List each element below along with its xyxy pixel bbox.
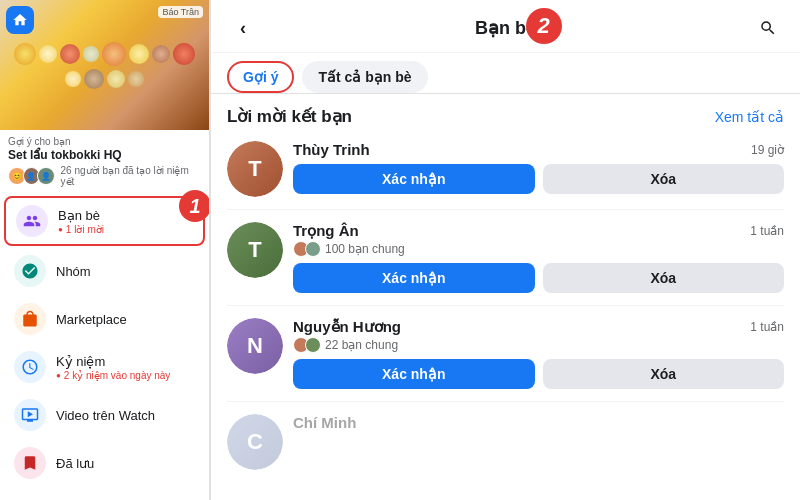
right-header: ‹ Bạn bè 2 xyxy=(211,0,800,53)
friend-time-thuy-trinh: 19 giờ xyxy=(751,143,784,157)
delete-button-thuy-trinh[interactable]: Xóa xyxy=(543,164,785,194)
friend-item-partial: C Chí Minh xyxy=(211,406,800,478)
home-icon xyxy=(6,6,34,34)
page-title: Bạn bè xyxy=(259,17,752,39)
ky-niem-label-container: Kỷ niệm 2 kỷ niệm vào ngày này xyxy=(56,354,170,381)
confirm-button-trong-an[interactable]: Xác nhận xyxy=(293,263,535,293)
marketplace-label: Marketplace xyxy=(56,312,127,327)
divider-1 xyxy=(227,209,784,210)
feed-card: Báo Trân Gợi ý cho bạn Set lẩu tokbokki … xyxy=(0,0,209,191)
feed-title: Set lẩu tokbokki HQ xyxy=(8,148,201,162)
divider-3 xyxy=(227,401,784,402)
step1-badge: 1 xyxy=(179,190,210,222)
friend-name-nguyen-huong: Nguyễn Hương xyxy=(293,318,401,336)
nav-item-marketplace[interactable]: Marketplace xyxy=(4,296,205,342)
mutual-avatars-trong-an xyxy=(293,241,321,257)
friend-name-row-thuy-trinh: Thùy Trinh 19 giờ xyxy=(293,141,784,158)
video-label: Video trên Watch xyxy=(56,408,155,423)
nav-item-nhom[interactable]: Nhóm xyxy=(4,248,205,294)
friends-icon xyxy=(16,205,48,237)
confirm-button-thuy-trinh[interactable]: Xác nhận xyxy=(293,164,535,194)
da-luu-label-container: Đã lưu xyxy=(56,456,94,471)
section-header: Lời mời kết bạn Xem tất cả xyxy=(211,94,800,133)
da-luu-label: Đã lưu xyxy=(56,456,94,471)
friend-time-nguyen-huong: 1 tuần xyxy=(750,320,784,334)
friend-name-thuy-trinh: Thùy Trinh xyxy=(293,141,370,158)
friend-actions-trong-an: Xác nhận Xóa xyxy=(293,263,784,293)
mutual-avatars-nguyen-huong xyxy=(293,337,321,353)
friend-mutual-trong-an: 100 bạn chung xyxy=(293,241,784,257)
see-all-link[interactable]: Xem tất cả xyxy=(715,109,784,125)
ky-niem-label: Kỷ niệm xyxy=(56,354,170,369)
section-title: Lời mời kết bạn xyxy=(227,106,352,127)
saved-icon xyxy=(14,447,46,479)
avatar-nguyen-huong: N xyxy=(227,318,283,374)
friend-info-thuy-trinh: Thùy Trinh 19 giờ Xác nhận Xóa xyxy=(293,141,784,194)
nav-item-da-luu[interactable]: Đã lưu xyxy=(4,440,205,486)
friend-request-list: T Thùy Trinh 19 giờ Xác nhận Xóa T xyxy=(211,133,800,500)
feed-info: Gợi ý cho bạn Set lẩu tokbokki HQ 😊 👤 👤 … xyxy=(0,130,209,191)
right-panel: ‹ Bạn bè 2 Gợi ý Tất cả bạn bè Lời mời k… xyxy=(211,0,800,500)
step2-badge: 2 xyxy=(526,8,562,44)
feed-suggestion-label: Gợi ý cho bạn xyxy=(8,136,201,147)
group-icon xyxy=(14,255,46,287)
feed-image: Báo Trân xyxy=(0,0,209,130)
nhom-label: Nhóm xyxy=(56,264,91,279)
ban-be-label-container: Bạn bè 1 lời mời xyxy=(58,208,104,235)
video-label-container: Video trên Watch xyxy=(56,408,155,423)
tab-bar: Gợi ý Tất cả bạn bè xyxy=(211,53,800,94)
friend-item-thuy-trinh: T Thùy Trinh 19 giờ Xác nhận Xóa xyxy=(211,133,800,205)
friend-mutual-nguyen-huong: 22 bạn chung xyxy=(293,337,784,353)
friend-info-trong-an: Trọng Ân 1 tuần 100 bạn chung Xác nhận X… xyxy=(293,222,784,293)
back-button[interactable]: ‹ xyxy=(227,12,259,44)
delete-button-trong-an[interactable]: Xóa xyxy=(543,263,785,293)
memories-icon xyxy=(14,351,46,383)
divider-2 xyxy=(227,305,784,306)
friend-time-trong-an: 1 tuần xyxy=(750,224,784,238)
feed-avatars: 😊 👤 👤 26 người bạn đã tạo lời niệm yết xyxy=(8,165,201,187)
mutual-text-trong-an: 100 bạn chung xyxy=(325,242,405,256)
ky-niem-badge: 2 kỷ niệm vào ngày này xyxy=(56,370,170,381)
ban-be-label: Bạn bè xyxy=(58,208,104,223)
friend-name-row-partial: Chí Minh xyxy=(293,414,784,431)
friend-item-nguyen-huong: N Nguyễn Hương 1 tuần 22 bạn chung Xác n… xyxy=(211,310,800,397)
friend-name-trong-an: Trọng Ân xyxy=(293,222,359,240)
nhom-label-container: Nhóm xyxy=(56,264,91,279)
confirm-button-nguyen-huong[interactable]: Xác nhận xyxy=(293,359,535,389)
feed-friends-text: 26 người bạn đã tạo lời niệm yết xyxy=(61,165,201,187)
delete-button-nguyen-huong[interactable]: Xóa xyxy=(543,359,785,389)
friend-name-row-trong-an: Trọng Ân 1 tuần xyxy=(293,222,784,240)
tab-tat-ca[interactable]: Tất cả bạn bè xyxy=(302,61,427,93)
nav-item-ky-niem[interactable]: Kỷ niệm 2 kỷ niệm vào ngày này xyxy=(4,344,205,390)
marketplace-icon xyxy=(14,303,46,335)
ban-be-badge: 1 lời mời xyxy=(58,224,104,235)
marketplace-label-container: Marketplace xyxy=(56,312,127,327)
friend-actions-nguyen-huong: Xác nhận Xóa xyxy=(293,359,784,389)
nav-item-video[interactable]: Video trên Watch xyxy=(4,392,205,438)
nav-items: Bạn bè 1 lời mời 1 Nhóm xyxy=(0,191,209,491)
friend-item-trong-an: T Trọng Ân 1 tuần 100 bạn chung Xác nhận… xyxy=(211,214,800,301)
friend-name-row-nguyen-huong: Nguyễn Hương 1 tuần xyxy=(293,318,784,336)
friend-name-partial: Chí Minh xyxy=(293,414,356,431)
search-button[interactable] xyxy=(752,12,784,44)
mutual-text-nguyen-huong: 22 bạn chung xyxy=(325,338,398,352)
friend-info-partial: Chí Minh xyxy=(293,414,784,431)
avatar-thuy-trinh: T xyxy=(227,141,283,197)
left-panel: Báo Trân Gợi ý cho bạn Set lẩu tokbokki … xyxy=(0,0,210,500)
tab-goi-y[interactable]: Gợi ý xyxy=(227,61,294,93)
friend-actions-thuy-trinh: Xác nhận Xóa xyxy=(293,164,784,194)
avatar-partial: C xyxy=(227,414,283,470)
avatar-trong-an: T xyxy=(227,222,283,278)
video-icon xyxy=(14,399,46,431)
friend-info-nguyen-huong: Nguyễn Hương 1 tuần 22 bạn chung Xác nhậ… xyxy=(293,318,784,389)
nav-item-ban-be[interactable]: Bạn bè 1 lời mời 1 xyxy=(4,196,205,246)
